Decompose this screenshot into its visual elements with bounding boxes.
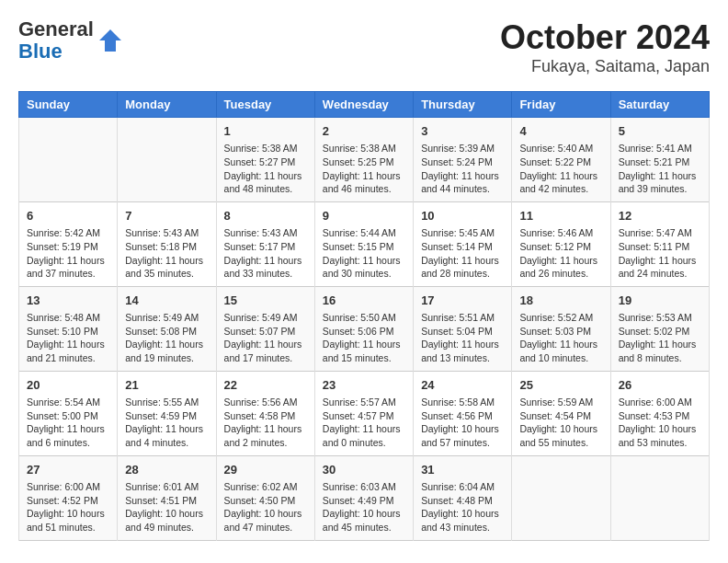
logo: General Blue (18, 18, 119, 63)
day-info: Sunrise: 5:41 AM Sunset: 5:21 PM Dayligh… (619, 142, 701, 196)
title-block: October 2024 Fukaya, Saitama, Japan (500, 18, 710, 76)
day-info: Sunrise: 5:50 AM Sunset: 5:06 PM Dayligh… (323, 311, 405, 365)
calendar-week-row: 27Sunrise: 6:00 AM Sunset: 4:52 PM Dayli… (19, 455, 710, 540)
calendar-cell: 18Sunrise: 5:52 AM Sunset: 5:03 PM Dayli… (512, 286, 610, 371)
col-thursday: Thursday (414, 92, 512, 118)
day-info: Sunrise: 5:39 AM Sunset: 5:24 PM Dayligh… (421, 142, 504, 196)
calendar-cell: 22Sunrise: 5:56 AM Sunset: 4:58 PM Dayli… (216, 371, 314, 455)
calendar-cell: 23Sunrise: 5:57 AM Sunset: 4:57 PM Dayli… (314, 371, 413, 455)
day-info: Sunrise: 6:02 AM Sunset: 4:50 PM Dayligh… (224, 480, 307, 534)
day-info: Sunrise: 5:48 AM Sunset: 5:10 PM Dayligh… (27, 311, 109, 365)
page-title: October 2024 (500, 18, 710, 57)
day-number: 8 (224, 208, 307, 224)
calendar-cell (19, 118, 118, 202)
day-info: Sunrise: 5:55 AM Sunset: 4:59 PM Dayligh… (125, 396, 208, 450)
day-number: 22 (224, 377, 307, 394)
calendar-cell: 12Sunrise: 5:47 AM Sunset: 5:11 PM Dayli… (610, 201, 709, 286)
calendar-cell: 30Sunrise: 6:03 AM Sunset: 4:49 PM Dayli… (314, 455, 413, 540)
col-tuesday: Tuesday (216, 92, 314, 118)
day-info: Sunrise: 5:38 AM Sunset: 5:25 PM Dayligh… (323, 142, 405, 196)
day-info: Sunrise: 5:57 AM Sunset: 4:57 PM Dayligh… (323, 396, 405, 450)
day-number: 29 (224, 462, 307, 478)
day-number: 21 (125, 377, 208, 394)
day-info: Sunrise: 5:44 AM Sunset: 5:15 PM Dayligh… (323, 226, 405, 281)
col-saturday: Saturday (610, 92, 709, 118)
day-number: 14 (125, 293, 208, 309)
calendar-cell: 17Sunrise: 5:51 AM Sunset: 5:04 PM Dayli… (414, 286, 512, 371)
day-info: Sunrise: 5:47 AM Sunset: 5:11 PM Dayligh… (619, 226, 701, 281)
calendar-cell: 28Sunrise: 6:01 AM Sunset: 4:51 PM Dayli… (118, 455, 216, 540)
day-number: 13 (27, 293, 109, 309)
day-number: 12 (619, 208, 701, 224)
day-info: Sunrise: 5:46 AM Sunset: 5:12 PM Dayligh… (519, 226, 602, 281)
col-friday: Friday (512, 92, 610, 118)
day-number: 26 (619, 377, 701, 394)
logo-general-text: General (18, 18, 94, 40)
day-info: Sunrise: 5:56 AM Sunset: 4:58 PM Dayligh… (224, 396, 307, 450)
day-info: Sunrise: 5:59 AM Sunset: 4:54 PM Dayligh… (519, 396, 602, 450)
col-wednesday: Wednesday (314, 92, 413, 118)
day-number: 20 (27, 377, 109, 394)
day-info: Sunrise: 5:54 AM Sunset: 5:00 PM Dayligh… (27, 396, 109, 450)
day-info: Sunrise: 5:42 AM Sunset: 5:19 PM Dayligh… (27, 226, 109, 281)
calendar-cell: 26Sunrise: 6:00 AM Sunset: 4:53 PM Dayli… (610, 371, 709, 455)
day-number: 7 (125, 208, 208, 224)
day-info: Sunrise: 5:51 AM Sunset: 5:04 PM Dayligh… (421, 311, 504, 365)
day-number: 17 (421, 293, 504, 309)
calendar-cell: 31Sunrise: 6:04 AM Sunset: 4:48 PM Dayli… (414, 455, 512, 540)
day-info: Sunrise: 6:03 AM Sunset: 4:49 PM Dayligh… (323, 480, 405, 534)
day-number: 31 (421, 462, 504, 478)
day-number: 9 (323, 208, 405, 224)
day-info: Sunrise: 5:49 AM Sunset: 5:08 PM Dayligh… (125, 311, 208, 365)
day-number: 16 (323, 293, 405, 309)
day-number: 27 (27, 462, 109, 478)
day-number: 18 (519, 293, 602, 309)
calendar-cell: 13Sunrise: 5:48 AM Sunset: 5:10 PM Dayli… (19, 286, 118, 371)
day-number: 19 (619, 293, 701, 309)
day-number: 25 (519, 377, 602, 394)
calendar-cell: 25Sunrise: 5:59 AM Sunset: 4:54 PM Dayli… (512, 371, 610, 455)
calendar-cell: 1Sunrise: 5:38 AM Sunset: 5:27 PM Daylig… (216, 118, 314, 202)
day-info: Sunrise: 5:40 AM Sunset: 5:22 PM Dayligh… (519, 142, 602, 196)
day-info: Sunrise: 6:04 AM Sunset: 4:48 PM Dayligh… (421, 480, 504, 534)
calendar-cell: 29Sunrise: 6:02 AM Sunset: 4:50 PM Dayli… (216, 455, 314, 540)
calendar-cell (512, 455, 610, 540)
calendar-cell (118, 118, 216, 202)
day-number: 11 (519, 208, 602, 224)
day-info: Sunrise: 6:01 AM Sunset: 4:51 PM Dayligh… (125, 480, 208, 534)
day-info: Sunrise: 5:52 AM Sunset: 5:03 PM Dayligh… (519, 311, 602, 365)
col-sunday: Sunday (19, 92, 118, 118)
day-number: 15 (224, 293, 307, 309)
calendar-cell: 24Sunrise: 5:58 AM Sunset: 4:56 PM Dayli… (414, 371, 512, 455)
calendar-week-row: 13Sunrise: 5:48 AM Sunset: 5:10 PM Dayli… (19, 286, 710, 371)
day-info: Sunrise: 6:00 AM Sunset: 4:52 PM Dayligh… (27, 480, 109, 534)
calendar-cell: 7Sunrise: 5:43 AM Sunset: 5:18 PM Daylig… (118, 201, 216, 286)
page-header: General Blue October 2024 Fukaya, Saitam… (18, 18, 710, 76)
day-info: Sunrise: 5:45 AM Sunset: 5:14 PM Dayligh… (421, 226, 504, 281)
calendar-cell: 2Sunrise: 5:38 AM Sunset: 5:25 PM Daylig… (314, 118, 413, 202)
day-number: 23 (323, 377, 405, 394)
calendar-cell: 27Sunrise: 6:00 AM Sunset: 4:52 PM Dayli… (19, 455, 118, 540)
calendar-cell: 14Sunrise: 5:49 AM Sunset: 5:08 PM Dayli… (118, 286, 216, 371)
calendar-cell: 11Sunrise: 5:46 AM Sunset: 5:12 PM Dayli… (512, 201, 610, 286)
svg-marker-0 (99, 29, 121, 52)
calendar-cell: 4Sunrise: 5:40 AM Sunset: 5:22 PM Daylig… (512, 118, 610, 202)
day-number: 5 (619, 123, 701, 140)
col-monday: Monday (118, 92, 216, 118)
day-info: Sunrise: 5:43 AM Sunset: 5:17 PM Dayligh… (224, 226, 307, 281)
day-number: 4 (519, 123, 602, 140)
calendar-cell: 10Sunrise: 5:45 AM Sunset: 5:14 PM Dayli… (414, 201, 512, 286)
calendar-body: 1Sunrise: 5:38 AM Sunset: 5:27 PM Daylig… (19, 118, 710, 541)
calendar-cell: 9Sunrise: 5:44 AM Sunset: 5:15 PM Daylig… (314, 201, 413, 286)
calendar-cell: 8Sunrise: 5:43 AM Sunset: 5:17 PM Daylig… (216, 201, 314, 286)
calendar-cell: 6Sunrise: 5:42 AM Sunset: 5:19 PM Daylig… (19, 201, 118, 286)
day-number: 6 (27, 208, 109, 224)
calendar-cell: 20Sunrise: 5:54 AM Sunset: 5:00 PM Dayli… (19, 371, 118, 455)
calendar-cell: 5Sunrise: 5:41 AM Sunset: 5:21 PM Daylig… (610, 118, 709, 202)
calendar-cell (610, 455, 709, 540)
calendar-week-row: 1Sunrise: 5:38 AM Sunset: 5:27 PM Daylig… (19, 118, 710, 202)
calendar-table: Sunday Monday Tuesday Wednesday Thursday… (18, 91, 710, 541)
calendar-cell: 21Sunrise: 5:55 AM Sunset: 4:59 PM Dayli… (118, 371, 216, 455)
calendar-cell: 16Sunrise: 5:50 AM Sunset: 5:06 PM Dayli… (314, 286, 413, 371)
header-row: Sunday Monday Tuesday Wednesday Thursday… (19, 92, 710, 118)
